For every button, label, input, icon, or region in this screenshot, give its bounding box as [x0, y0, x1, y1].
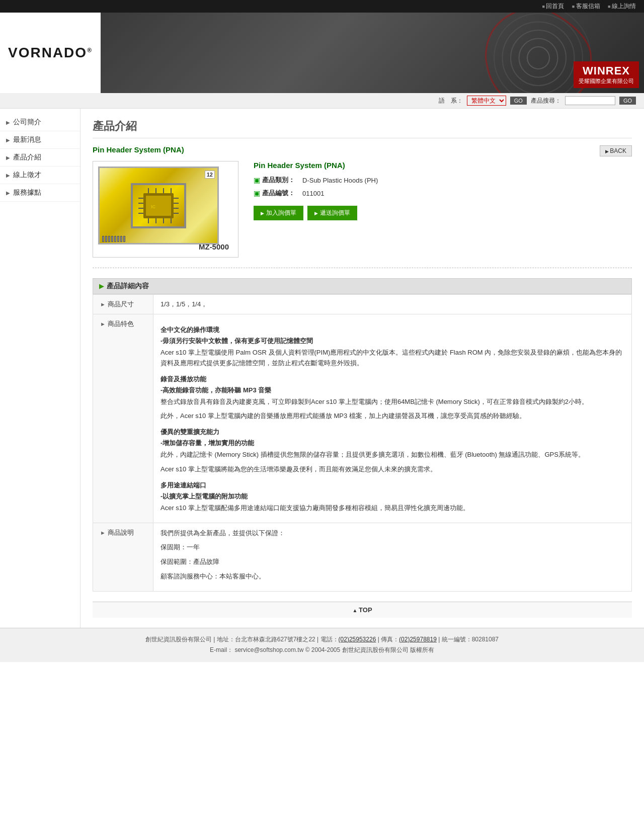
search-label: 產品搜尋：	[531, 97, 561, 105]
feature-label: ►商品特色	[93, 314, 153, 523]
footer-fax-link[interactable]: (02)25978819	[399, 636, 437, 643]
logo-area: VORNADO®	[0, 13, 101, 93]
code-label: 產品編號：	[262, 189, 302, 198]
inquiry-link[interactable]: 線上詢情	[608, 3, 636, 10]
row-arrow-icon-3: ►	[100, 530, 106, 536]
home-link[interactable]: 回首頁	[542, 3, 565, 10]
top-link[interactable]: TOP	[352, 606, 372, 614]
product-section-title: Pin Header System (PNA)	[93, 145, 632, 154]
product-info: Pin Header System (PNA) ▣ 產品類別： D-Sub Pl…	[254, 161, 632, 258]
logo: VORNADO®	[8, 45, 93, 61]
product-img-bg: IC 12	[98, 167, 219, 244]
subsection-title-4: 多用途連結端口	[160, 481, 624, 490]
product-chip: IC	[131, 183, 186, 228]
subsection-1: 全中文化的操作環境 -毋須另行安裝中文軟體，保有更多可使用記憶體空間 Acer …	[160, 325, 624, 369]
lang-bar: 語 系： 繁體中文 GO 產品搜尋： GO	[0, 93, 644, 109]
svg-point-4	[519, 39, 558, 77]
sidebar-label-jobs: 線上徵才	[13, 171, 41, 180]
subsection-body-4: Acer s10 掌上型電腦配備多用途連結端口能支援協力廠商開發多種相容模組，簡…	[160, 503, 624, 514]
subsection-title-3: 優異的雙重擴充能力	[160, 428, 624, 437]
size-label: ►►商品尺寸商品尺寸	[93, 295, 153, 314]
arrow-icon: ▶	[6, 120, 10, 125]
size-content: 1/3，1/5，1/4，	[153, 295, 632, 314]
product-image: IC 12	[98, 167, 233, 252]
add-to-inquiry-button[interactable]: 加入詢價單	[254, 206, 303, 220]
main-layout: ▶ 公司簡介 ▶ 最新消息 ▶ 產品介紹 ▶ 線上徵才 ▶ 服務據點 產品介紹 …	[0, 109, 644, 628]
lang-go-button[interactable]: GO	[510, 97, 527, 105]
product-code-field: ▣ 產品編號： 011001	[254, 189, 632, 198]
sidebar-item-news[interactable]: ▶ 最新消息	[0, 131, 80, 149]
product-category-field: ▣ 產品類別： D-Sub Plastic Hoods (PH)	[254, 176, 632, 185]
brand-subtitle: 受耀國際企業有限公司	[579, 77, 634, 85]
header-banner: WINREX 受耀國際企業有限公司	[101, 13, 644, 93]
product-top: IC 12	[93, 161, 632, 268]
svg-text:IC: IC	[151, 204, 156, 209]
svg-rect-7	[146, 196, 171, 216]
product-image-box: IC 12	[93, 161, 238, 258]
product-buttons: 加入詢價單 遞送詢價單	[254, 206, 632, 220]
desc-warranty-scope: 保固範圍：產品故障	[160, 557, 624, 567]
pin-header-pins	[102, 236, 125, 242]
subsection-subtitle-3: -增加儲存容量，增加實用的功能	[160, 439, 624, 448]
subsection-subtitle-4: -以擴充掌上型電腦的附加功能	[160, 492, 624, 501]
product-img-label: MZ-5000	[199, 242, 229, 251]
product-img-number: 12	[205, 171, 215, 179]
brand-name: WINREX	[579, 64, 634, 77]
desc-label: ►商品說明	[93, 523, 153, 591]
svg-point-2	[503, 22, 575, 94]
product-header: BACK Pin Header System (PNA)	[93, 145, 632, 161]
subsection-title-1: 全中文化的操作環境	[160, 325, 624, 335]
arrow-icon: ▶	[6, 190, 10, 196]
row-arrow-icon-2: ►	[100, 321, 106, 327]
brand-box: WINREX 受耀國際企業有限公司	[574, 61, 639, 88]
table-row: ►►商品尺寸商品尺寸 1/3，1/5，1/4，	[93, 295, 632, 314]
subsection-body-3b: Acer s10 掌上型電腦將能為您的生活增添樂趣及便利，而且能有效滿足您個人未…	[160, 464, 624, 475]
send-inquiry-button[interactable]: 遞送詢價單	[307, 206, 357, 220]
footer-line1: 創世紀資訊股份有限公司 | 地址：台北市林森北路627號7樓之22 | 電話：(…	[10, 634, 634, 645]
green-bullet-icon: ▣	[254, 176, 260, 184]
footer-phone-link[interactable]: (02)25953226	[339, 636, 376, 643]
green-bullet-icon-2: ▣	[254, 189, 260, 197]
subsection-subtitle-1: -毋須另行安裝中文軟體，保有更多可使用記憶體空間	[160, 337, 624, 346]
site-header: VORNADO® WINREX 受耀國際企業有限公司	[0, 13, 644, 93]
detail-table: ►►商品尺寸商品尺寸 1/3，1/5，1/4， ►商品特色 全中文化的操作環境 …	[93, 294, 632, 592]
subsection-body-2: 整合式錄放音具有錄音及內建麥克風，可立即錄製到Acer s10 掌上型電腦內；使…	[160, 397, 624, 407]
sidebar-item-service[interactable]: ▶ 服務據點	[0, 184, 80, 202]
desc-warranty-period: 保固期：一年	[160, 542, 624, 553]
svg-point-1	[494, 14, 583, 93]
desc-content: 我們所提供為全新產品，並提供以下保證： 保固期：一年 保固範圍：產品故障 顧客諮…	[153, 523, 632, 591]
arrow-icon: ▶	[6, 137, 10, 143]
page-title: 產品介紹	[93, 119, 632, 138]
mail-link[interactable]: 客服信箱	[572, 3, 600, 10]
chip-detail-icon: IC	[138, 188, 179, 223]
category-label: 產品類別：	[262, 176, 302, 185]
detail-section-header: ▶ 產品詳細內容	[93, 278, 632, 294]
subsection-4: 多用途連結端口 -以擴充掌上型電腦的附加功能 Acer s10 掌上型電腦配備多…	[160, 481, 624, 514]
sidebar-item-products[interactable]: ▶ 產品介紹	[0, 149, 80, 167]
sidebar-item-about[interactable]: ▶ 公司簡介	[0, 114, 80, 131]
table-row: ►商品說明 我們所提供為全新產品，並提供以下保證： 保固期：一年 保固範圍：產品…	[93, 523, 632, 591]
sidebar-item-jobs[interactable]: ▶ 線上徵才	[0, 167, 80, 184]
product-search-input[interactable]	[565, 96, 615, 105]
top-link-bar: TOP	[93, 602, 632, 618]
desc-text: 我們所提供為全新產品，並提供以下保證：	[160, 528, 624, 539]
subsection-body-1: Acer s10 掌上型電腦使用 Palm OSR 及個人資料管理(PIM)應用…	[160, 348, 624, 369]
section-header-icon: ▶	[99, 283, 104, 290]
back-button[interactable]: BACK	[600, 145, 632, 156]
detail-section-title: 產品詳細內容	[107, 282, 149, 291]
sidebar-label-service: 服務據點	[13, 188, 41, 197]
lang-select[interactable]: 繁體中文	[467, 96, 506, 106]
left-nav: ▶ 公司簡介 ▶ 最新消息 ▶ 產品介紹 ▶ 線上徵才 ▶ 服務據點	[0, 109, 80, 628]
top-nav: 回首頁 客服信箱 線上詢情	[0, 0, 644, 13]
footer: 創世紀資訊股份有限公司 | 地址：台北市林森北路627號7樓之22 | 電話：(…	[0, 628, 644, 662]
feature-content: 全中文化的操作環境 -毋須另行安裝中文軟體，保有更多可使用記憶體空間 Acer …	[153, 314, 632, 523]
product-name: Pin Header System (PNA)	[254, 161, 632, 170]
search-go-button[interactable]: GO	[619, 97, 636, 105]
sidebar-label-products: 產品介紹	[13, 153, 41, 162]
subsection-3: 優異的雙重擴充能力 -增加儲存容量，增加實用的功能 此外，內建記憶卡 (Memo…	[160, 428, 624, 475]
row-arrow-icon: ►	[100, 301, 106, 307]
footer-line2: E-mail： service@softshop.com.tw © 2004-2…	[10, 645, 634, 656]
svg-point-5	[527, 47, 549, 69]
table-row: ►商品特色 全中文化的操作環境 -毋須另行安裝中文軟體，保有更多可使用記憶體空間…	[93, 314, 632, 523]
arrow-icon: ▶	[6, 155, 10, 160]
